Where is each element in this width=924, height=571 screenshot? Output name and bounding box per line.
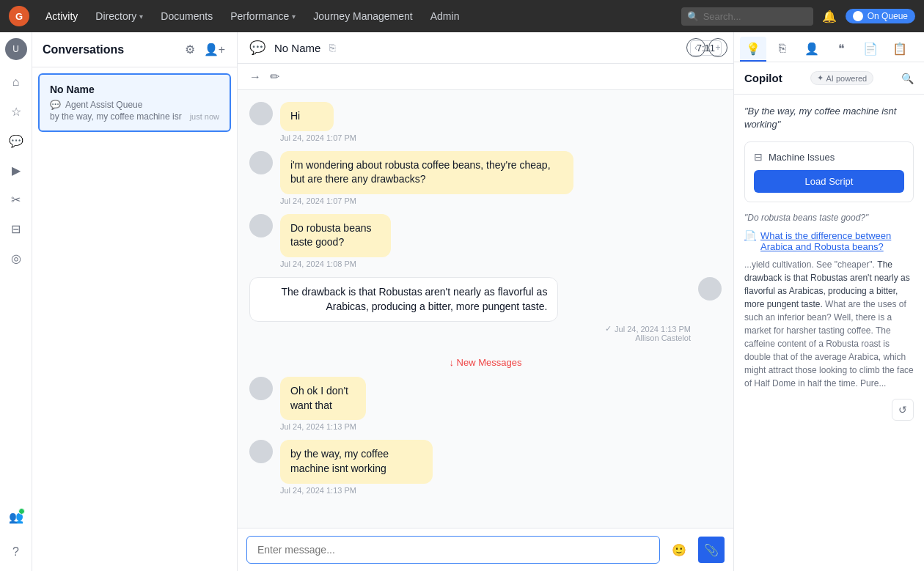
conversations-settings-icon[interactable]: ⚙ (183, 41, 197, 58)
new-messages-divider: ↓ New Messages (249, 351, 722, 374)
performance-chevron-icon: ▾ (292, 12, 296, 21)
forward-icon[interactable]: → (249, 70, 261, 84)
msg-bubble: Oh ok I don't want that (280, 377, 366, 420)
copilot-tab-doc[interactable]: 📄 (857, 37, 884, 62)
copilot-header: Copilot ✦ AI powered 🔍 (734, 62, 924, 95)
message-row: Hi Jul 24, 2024 1:07 PM (249, 102, 722, 142)
conversations-panel: Conversations ⚙ 👤+ No Name 💬 Agent Assis… (32, 32, 238, 571)
sidebar-video-icon[interactable]: ▶ (3, 157, 29, 183)
copilot-article-body: ...yield cultivation. See "cheaper". The… (744, 258, 914, 390)
copilot-ai-badge: ✦ AI powered (810, 71, 874, 85)
msg-avatar (249, 440, 273, 463)
icon-sidebar: U ⌂ ☆ 💬 ▶ ✂ ⊟ ◎ 👥 ? (0, 32, 32, 571)
nav-forward-button[interactable]: + (708, 38, 727, 57)
copilot-refresh-area: ↺ (744, 399, 914, 421)
top-nav: G Activity Directory ▾ Documents Perform… (0, 0, 924, 32)
conversation-item[interactable]: No Name 💬 Agent Assist Queue by the way,… (38, 73, 231, 132)
message-row-agent: The drawback is that Robustas aren't nea… (249, 277, 722, 342)
copilot-tab-copy[interactable]: ⎘ (769, 37, 796, 62)
copilot-title: Copilot (744, 72, 782, 84)
conv-item-preview: by the way, my coffee machine isr just n… (50, 111, 219, 122)
chat-header-name: No Name (274, 42, 320, 54)
msg-avatar (249, 377, 273, 400)
msg-bubble: Hi (280, 102, 334, 131)
copilot-tab-quote[interactable]: ❝ (828, 37, 854, 62)
copilot-tab-person[interactable]: 👤 (799, 37, 825, 62)
user-avatar: U (5, 38, 27, 60)
sidebar-scissors-icon[interactable]: ✂ (3, 186, 29, 213)
msg-agent-avatar (698, 277, 722, 301)
nav-item-documents[interactable]: Documents (153, 6, 220, 26)
msg-time: Jul 24, 2024 1:07 PM (280, 196, 699, 205)
chat-header-copy-icon[interactable]: ⎘ (329, 42, 335, 54)
conversations-add-icon[interactable]: 👤+ (202, 41, 227, 58)
msg-avatar (249, 151, 273, 174)
chat-area: Hi Jul 24, 2024 1:07 PM i'm wondering ab… (238, 90, 733, 571)
copilot-article-link[interactable]: 📄 What is the difference between Arabica… (744, 230, 914, 252)
nav-item-directory[interactable]: Directory ▾ (88, 6, 150, 26)
toggle-dot (853, 11, 863, 21)
search-wrap: 🔍 (681, 7, 813, 26)
search-input[interactable] (681, 7, 813, 26)
nav-item-journey[interactable]: Journey Management (306, 6, 419, 26)
msg-bubble: by the way, my coffee machine isnt worki… (280, 440, 433, 483)
copilot-tabs: 💡 ⎘ 👤 ❝ 📄 📋 (734, 32, 924, 62)
main-wrap: U ⌂ ☆ 💬 ▶ ✂ ⊟ ◎ 👥 ? Conversations ⚙ 👤+ N… (0, 32, 924, 571)
chat-messages: Hi Jul 24, 2024 1:07 PM i'm wondering ab… (238, 90, 733, 528)
chat-sub-header: → ✏ (238, 64, 733, 90)
nav-arrows: ‹ + (686, 38, 727, 57)
msg-time-agent: ✓ Jul 24, 2024 1:13 PM (249, 324, 691, 334)
nav-item-activity[interactable]: Activity (38, 6, 85, 26)
copilot-content: "By the way, my coffee machine isnt work… (734, 95, 924, 571)
chat-outer: ‹ + 💬 No Name ⎘ 7:11 → ✏ Hi Jul 24, 2024… (238, 32, 733, 571)
conv-queue-icon: 💬 (50, 100, 61, 110)
article-doc-icon: 📄 (744, 230, 756, 241)
msg-bubble: i'm wondering about robusta coffee beans… (280, 151, 573, 194)
copilot-refresh-button[interactable]: ↺ (892, 399, 914, 421)
nav-item-admin[interactable]: Admin (423, 6, 467, 26)
sidebar-help-icon[interactable]: ? (3, 539, 29, 565)
copilot-query1: "By the way, my coffee machine isnt work… (744, 105, 914, 131)
message-row: Oh ok I don't want that Jul 24, 2024 1:1… (249, 377, 722, 431)
chat-header-message-icon: 💬 (249, 40, 265, 56)
sidebar-home-icon[interactable]: ⌂ (3, 69, 29, 95)
notification-bell-icon[interactable]: 🔔 (816, 10, 843, 23)
copilot-search-icon[interactable]: 🔍 (901, 73, 914, 84)
conv-header-actions: ⚙ 👤+ (183, 41, 227, 58)
copilot-query2: "Do robusta beans taste good?" (744, 213, 914, 223)
msg-time: Jul 24, 2024 1:08 PM (280, 259, 439, 268)
chat-header: 💬 No Name ⎘ 7:11 (238, 32, 733, 64)
sidebar-inbox-icon[interactable]: ⊟ (3, 215, 29, 242)
copilot-machine-issues-card: ⊟ Machine Issues Load Script (744, 141, 914, 202)
message-row: by the way, my coffee machine isnt worki… (249, 440, 722, 494)
copilot-card-title: ⊟ Machine Issues (754, 151, 904, 163)
msg-sender: Allison Castelot (249, 334, 691, 342)
sidebar-chat-icon[interactable]: 💬 (3, 128, 29, 154)
pencil-icon[interactable]: ✏ (270, 70, 279, 84)
message-row: Do robusta beans taste good? Jul 24, 202… (249, 214, 722, 268)
emoji-button[interactable]: 🙂 (666, 537, 692, 563)
directory-chevron-icon: ▾ (139, 12, 143, 21)
nav-item-performance[interactable]: Performance ▾ (223, 6, 303, 26)
copilot-tab-bulb[interactable]: 💡 (740, 37, 766, 62)
load-script-button[interactable]: Load Script (754, 170, 904, 193)
sidebar-target-icon[interactable]: ◎ (3, 245, 29, 271)
attach-button[interactable]: 📎 (698, 537, 725, 563)
sidebar-star-icon[interactable]: ☆ (3, 98, 29, 125)
chat-input-area: 🙂 📎 (238, 528, 733, 571)
on-queue-toggle[interactable]: On Queue (846, 9, 915, 23)
copilot-panel: 💡 ⎘ 👤 ❝ 📄 📋 Copilot ✦ AI powered 🔍 "By t… (733, 32, 924, 571)
conversations-title: Conversations (43, 43, 124, 56)
sidebar-people-icon[interactable]: 👥 (3, 504, 29, 530)
nav-logo: G (9, 6, 29, 26)
msg-bubble: Do robusta beans taste good? (280, 214, 391, 257)
nav-back-button[interactable]: ‹ (686, 38, 705, 57)
conv-item-meta: 💬 Agent Assist Queue (50, 100, 219, 110)
chat-message-input[interactable] (246, 536, 660, 564)
copilot-tab-clipboard[interactable]: 📋 (887, 37, 913, 62)
msg-avatar (249, 214, 273, 237)
conv-queue-label: Agent Assist Queue (65, 100, 142, 110)
msg-time: Jul 24, 2024 1:07 PM (280, 133, 356, 142)
conv-item-name: No Name (50, 84, 219, 95)
message-row: i'm wondering about robusta coffee beans… (249, 151, 722, 205)
